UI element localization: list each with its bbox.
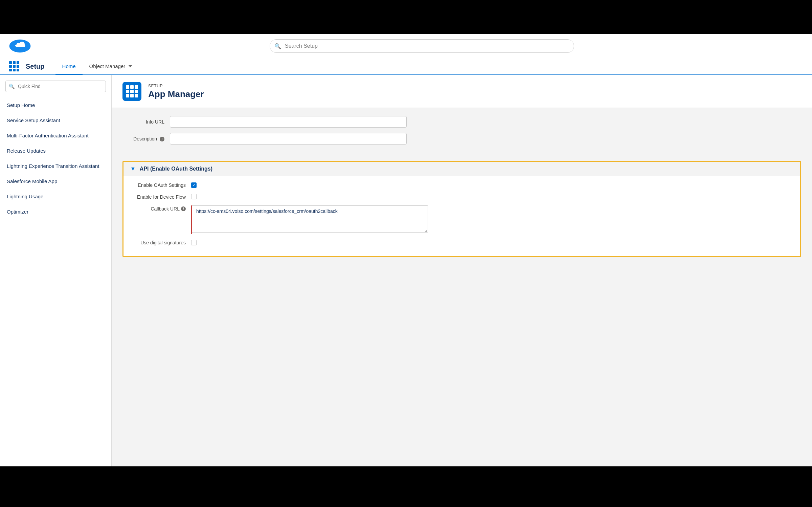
app-manager-icon-grid: [126, 85, 138, 97]
nav-tabs: Home Object Manager: [55, 58, 139, 74]
oauth-section-title: API (Enable OAuth Settings): [140, 166, 212, 172]
app-manager-icon: [122, 82, 141, 101]
app-launcher-icon[interactable]: [8, 60, 20, 72]
app-manager-setup-label: SETUP: [148, 84, 204, 88]
right-panel: SETUP App Manager Info URL Description i: [112, 75, 812, 466]
sidebar-search-section: 🔍: [0, 81, 111, 97]
sidebar-item-optimizer[interactable]: Optimizer: [0, 204, 111, 219]
grid-dots: [9, 61, 19, 71]
app-manager-header: SETUP App Manager: [112, 75, 812, 108]
enable-oauth-checkbox[interactable]: [191, 182, 197, 188]
info-url-row: Info URL: [122, 116, 801, 128]
sidebar-item-setup-home[interactable]: Setup Home: [0, 97, 111, 113]
tab-object-manager[interactable]: Object Manager: [83, 59, 139, 75]
oauth-section: ▼ API (Enable OAuth Settings) Enable OAu…: [122, 161, 801, 257]
collapse-arrow-icon: ▼: [130, 166, 136, 172]
top-nav-bar: 🔍: [0, 34, 812, 58]
setup-title: Setup: [26, 63, 45, 70]
callback-border-indicator: [191, 205, 192, 234]
oauth-section-header[interactable]: ▼ API (Enable OAuth Settings): [123, 162, 800, 176]
sidebar-search-input[interactable]: [5, 81, 106, 92]
sidebar-item-salesforce-mobile[interactable]: Salesforce Mobile App: [0, 174, 111, 189]
callback-url-info-icon: i: [181, 206, 186, 211]
search-bar: 🔍: [270, 39, 574, 53]
app-manager-title-section: SETUP App Manager: [148, 84, 204, 100]
second-nav-bar: Setup Home Object Manager: [0, 58, 812, 75]
enable-oauth-row: Enable OAuth Settings: [130, 182, 793, 188]
digital-sig-checkbox-wrapper: [191, 239, 197, 245]
sidebar-item-release-updates[interactable]: Release Updates: [0, 143, 111, 158]
sidebar: 🔍 Setup Home Service Setup Assistant Mul…: [0, 75, 112, 466]
search-icon: 🔍: [274, 43, 281, 49]
tab-home[interactable]: Home: [55, 59, 83, 75]
enable-oauth-label: Enable OAuth Settings: [130, 182, 191, 188]
digital-sig-checkbox[interactable]: [191, 240, 197, 245]
enable-device-flow-checkbox-wrapper: [191, 193, 197, 199]
description-input[interactable]: [170, 133, 407, 145]
form-content: Info URL Description i: [112, 108, 812, 158]
digital-sig-label: Use digital signatures: [130, 239, 191, 245]
sidebar-item-lightning-usage[interactable]: Lightning Usage: [0, 189, 111, 204]
oauth-section-body: Enable OAuth Settings Enable for Device …: [123, 176, 800, 256]
digital-sig-row: Use digital signatures: [130, 239, 793, 245]
info-url-input[interactable]: [170, 116, 407, 128]
callback-url-label: Callback URL i: [130, 205, 191, 212]
enable-device-flow-checkbox[interactable]: [191, 194, 197, 199]
sidebar-item-mfa-assistant[interactable]: Multi-Factor Authentication Assistant: [0, 128, 111, 143]
app-manager-title: App Manager: [148, 89, 204, 100]
callback-url-row: Callback URL i: [130, 205, 793, 234]
salesforce-logo[interactable]: [8, 38, 32, 54]
description-label: Description i: [122, 136, 170, 141]
description-row: Description i: [122, 133, 801, 145]
sidebar-item-lightning-experience[interactable]: Lightning Experience Transition Assistan…: [0, 158, 111, 174]
description-info-icon: i: [160, 137, 164, 141]
sidebar-search-icon: 🔍: [9, 84, 15, 89]
callback-url-textarea[interactable]: [191, 205, 428, 233]
callback-url-textarea-wrapper: [191, 205, 428, 234]
enable-device-flow-row: Enable for Device Flow: [130, 193, 793, 200]
chevron-down-icon: [129, 65, 132, 67]
enable-device-flow-label: Enable for Device Flow: [130, 193, 191, 200]
main-content: 🔍 Setup Home Service Setup Assistant Mul…: [0, 75, 812, 466]
sidebar-item-service-setup-assistant[interactable]: Service Setup Assistant: [0, 113, 111, 128]
global-search-input[interactable]: [270, 39, 574, 53]
info-url-label: Info URL: [122, 119, 170, 125]
enable-oauth-checkbox-wrapper: [191, 182, 197, 188]
